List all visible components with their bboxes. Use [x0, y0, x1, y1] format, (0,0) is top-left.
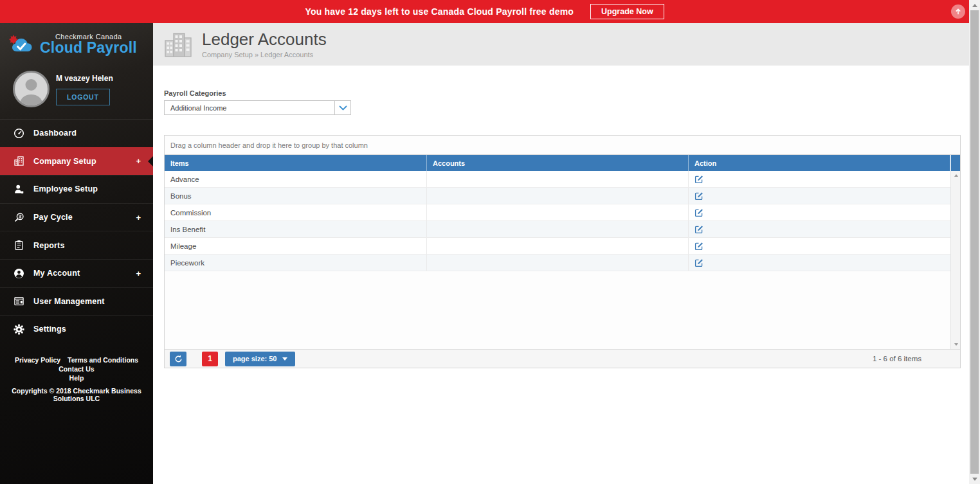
expand-plus-icon: +: [136, 269, 141, 278]
group-drop-zone[interactable]: Drag a column header and drop it here to…: [165, 136, 960, 155]
link-terms-and-conditions[interactable]: Terms and Conditions: [68, 355, 138, 364]
buildings-icon: [164, 31, 192, 58]
cell-item: Commission: [165, 204, 427, 220]
scroll-to-top-button[interactable]: [951, 4, 965, 19]
upgrade-now-button[interactable]: Upgrade Now: [590, 4, 664, 19]
cell-item: Piecework: [165, 255, 427, 271]
column-header-action[interactable]: Action: [689, 155, 950, 171]
pay-cycle-icon: [14, 212, 24, 223]
refresh-button[interactable]: [170, 352, 186, 366]
edit-icon[interactable]: [694, 242, 703, 251]
pager-info: 1 - 6 of 6 items: [873, 355, 921, 363]
sidebar-item-my-account[interactable]: My Account +: [0, 259, 153, 287]
settings-icon: [14, 324, 24, 335]
brand-name-text: Cloud Payroll: [40, 40, 137, 55]
table-row: Bonus: [165, 188, 960, 204]
scroll-down-icon[interactable]: [951, 340, 961, 349]
edit-icon[interactable]: [694, 175, 703, 184]
column-header-items[interactable]: Items: [165, 155, 427, 171]
reports-icon: [14, 240, 24, 251]
cell-account: [427, 221, 689, 237]
link-privacy-policy[interactable]: Privacy Policy: [15, 355, 60, 364]
cell-account: [427, 188, 689, 204]
cell-account: [427, 255, 689, 271]
page-size-dropdown[interactable]: page size: 50: [225, 352, 295, 366]
payroll-categories-label: Payroll Categories: [164, 89, 961, 97]
user-block: M veazey Helen LOGOUT: [0, 64, 153, 116]
breadcrumb: Company Setup » Ledger Accounts: [202, 51, 327, 58]
cell-item: Mileage: [165, 238, 427, 254]
dashboard-icon: [14, 128, 24, 139]
sidebar-item-user-management[interactable]: User Management: [0, 287, 153, 316]
person-silhouette-icon: [15, 73, 48, 105]
expand-plus-icon: +: [136, 156, 141, 166]
user-management-icon: [14, 296, 24, 307]
cell-account: [427, 171, 689, 187]
chevron-down-icon[interactable]: [334, 101, 350, 114]
payroll-categories-dropdown[interactable]: Additional Income: [164, 100, 351, 115]
edit-icon[interactable]: [694, 192, 703, 201]
sidebar-item-dashboard[interactable]: Dashboard: [0, 119, 153, 147]
page-1-button[interactable]: 1: [202, 352, 218, 366]
edit-icon[interactable]: [694, 225, 703, 234]
page-size-label: page size: 50: [233, 355, 277, 363]
table-row: Mileage: [165, 238, 960, 255]
sidebar-item-label: Reports: [33, 241, 65, 250]
page-header: Ledger Accounts Company Setup » Ledger A…: [153, 23, 969, 66]
sidebar-item-label: Dashboard: [33, 129, 77, 138]
sidebar-item-reports[interactable]: Reports: [0, 231, 153, 259]
company-setup-icon: [14, 156, 24, 166]
brand-logo: Checkmark Canada Cloud Payroll: [0, 23, 153, 64]
cell-item: Bonus: [165, 188, 427, 204]
refresh-icon: [174, 355, 183, 363]
scroll-down-icon[interactable]: [969, 474, 980, 484]
cloud-checkmark-logo-icon: [6, 31, 39, 57]
table-row: Advance: [165, 171, 960, 188]
table-row: Piecework: [165, 255, 960, 271]
sidebar-item-label: Settings: [33, 325, 66, 334]
employee-setup-icon: [14, 184, 24, 195]
demo-message: You have 12 days left to use Canada Clou…: [305, 6, 574, 17]
scrollbar-thumb[interactable]: [970, 10, 979, 474]
expand-plus-icon: +: [136, 213, 141, 222]
sidebar-item-company-setup[interactable]: Company Setup +: [0, 147, 153, 175]
edit-icon[interactable]: [694, 258, 703, 267]
column-header-accounts[interactable]: Accounts: [427, 155, 689, 171]
edit-icon[interactable]: [694, 208, 703, 217]
sidebar-item-label: User Management: [33, 297, 105, 306]
content-area: Payroll Categories Additional Income Dra…: [153, 66, 969, 368]
cell-item: Advance: [165, 171, 427, 187]
scroll-up-icon[interactable]: [951, 171, 961, 180]
sidebar: Checkmark Canada Cloud Payroll M veazey …: [0, 23, 153, 484]
page-title: Ledger Accounts: [202, 30, 327, 49]
link-help[interactable]: Help: [69, 373, 84, 382]
dropdown-selected-value: Additional Income: [165, 101, 334, 114]
scroll-up-icon[interactable]: [969, 0, 980, 10]
page-scrollbar[interactable]: [969, 0, 980, 484]
header-scroll-spacer: [950, 155, 960, 171]
table-row: Ins Benefit: [165, 221, 960, 238]
caret-down-icon: [282, 357, 287, 361]
user-name: M veazey Helen: [56, 74, 113, 83]
cell-account: [427, 238, 689, 254]
link-contact-us[interactable]: Contact Us: [59, 364, 94, 373]
table-row: Commission: [165, 204, 960, 221]
cell-item: Ins Benefit: [165, 221, 427, 237]
demo-banner: You have 12 days left to use Canada Clou…: [0, 0, 969, 23]
logout-button[interactable]: LOGOUT: [56, 89, 110, 105]
main-content: Ledger Accounts Company Setup » Ledger A…: [153, 23, 969, 484]
cell-account: [427, 204, 689, 220]
sidebar-item-label: Company Setup: [33, 157, 96, 166]
sidebar-item-settings[interactable]: Settings: [0, 315, 153, 343]
ledger-accounts-grid: Drag a column header and drop it here to…: [164, 135, 961, 368]
sidebar-footer: Privacy Policy Terms and Conditions Cont…: [0, 355, 153, 402]
avatar: [13, 71, 50, 107]
grid-pager: 1 page size: 50 1 - 6 of 6 items: [165, 349, 960, 368]
my-account-icon: [14, 268, 24, 279]
sidebar-item-pay-cycle[interactable]: Pay Cycle +: [0, 203, 153, 231]
grid-scrollbar[interactable]: [950, 171, 960, 349]
up-arrow-icon: [954, 8, 962, 15]
grid-header-row: Items Accounts Action: [165, 155, 960, 171]
grid-body: Advance Bonus Commission Ins Benefit: [165, 171, 960, 349]
sidebar-item-employee-setup[interactable]: Employee Setup: [0, 175, 153, 203]
